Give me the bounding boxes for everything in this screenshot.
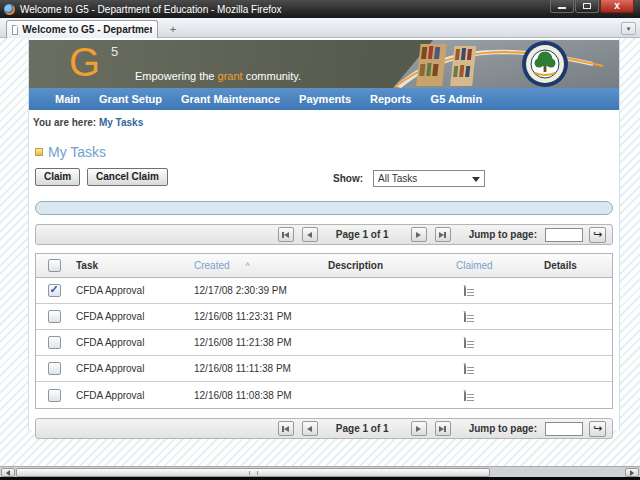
claimed-document-icon[interactable] [464, 390, 466, 401]
page-status: Page 1 of 1 [336, 423, 389, 434]
table-body: CFDA Approval 12/17/08 2:30:39 PM CFDA A… [36, 278, 612, 408]
pager-top: Page 1 of 1 Jump to page: ↪ [35, 224, 613, 245]
nav-item-main[interactable]: Main [55, 93, 80, 105]
created-cell: 12/16/08 11:08:38 PM [190, 390, 324, 401]
header-created[interactable]: Created^ [190, 260, 324, 271]
jump-to-page-label: Jump to page: [469, 423, 537, 434]
scroll-right-button[interactable] [625, 468, 639, 477]
header-details: Details [540, 260, 612, 271]
go-arrow-icon: ↪ [593, 422, 602, 435]
nav-item-reports[interactable]: Reports [370, 93, 412, 105]
row-checkbox[interactable] [48, 336, 61, 349]
browser-tab[interactable]: Welcome to G5 - Department of Edu... [6, 20, 158, 38]
row-checkbox[interactable] [48, 284, 61, 297]
nav-item-grant-maintenance[interactable]: Grant Maintenance [181, 93, 280, 105]
page-background: G 5 Empowering the grant community. [0, 38, 640, 466]
previous-page-button[interactable] [302, 227, 318, 242]
previous-page-icon [307, 232, 312, 238]
maximize-button[interactable] [575, 0, 599, 13]
table-row: CFDA Approval 12/16/08 11:08:38 PM [36, 382, 612, 408]
window-title: Welcome to G5 - Department of Education … [20, 4, 282, 15]
list-tabs-button[interactable]: ▾ [621, 22, 636, 35]
table-row: CFDA Approval 12/16/08 11:23:31 PM [36, 304, 612, 330]
breadcrumb-my-tasks-link[interactable]: My Tasks [99, 117, 143, 128]
show-tasks-selected-value: All Tasks [378, 173, 417, 184]
g5-logo: G [69, 40, 100, 84]
jump-to-page-input[interactable] [545, 422, 583, 436]
first-page-button[interactable] [278, 227, 294, 242]
breadcrumb: You are here: My Tasks [29, 110, 619, 128]
row-checkbox[interactable] [48, 389, 61, 402]
close-icon: x [614, 1, 620, 11]
claimed-document-icon[interactable] [464, 285, 466, 296]
tasks-table: Task Created^ Description Claimed Detail… [35, 253, 613, 409]
cancel-claim-button[interactable]: Cancel Claim [87, 168, 168, 186]
last-page-icon [444, 426, 446, 432]
scroll-left-icon [6, 470, 10, 476]
next-page-button[interactable] [411, 227, 427, 242]
last-page-button[interactable] [435, 227, 451, 242]
claimed-document-icon[interactable] [464, 363, 466, 374]
browser-tab-bar: Welcome to G5 - Department of Edu... + ▾ [0, 18, 640, 38]
jump-go-button[interactable]: ↪ [589, 227, 606, 243]
go-arrow-icon: ↪ [593, 228, 602, 241]
page-title: My Tasks [48, 144, 106, 160]
scrollbar-grip [249, 471, 258, 475]
previous-page-button[interactable] [302, 421, 318, 436]
sort-asc-icon: ^ [246, 261, 250, 271]
header-claimed[interactable]: Claimed [452, 260, 540, 271]
created-cell: 12/16/08 11:21:38 PM [190, 337, 324, 348]
banner-artwork [393, 40, 619, 88]
row-checkbox[interactable] [48, 310, 61, 323]
nav-item-payments[interactable]: Payments [299, 93, 351, 105]
nav-item-grant-setup[interactable]: Grant Setup [99, 93, 162, 105]
minimize-button[interactable] [550, 0, 574, 13]
header-description: Description [324, 260, 452, 271]
next-page-button[interactable] [411, 421, 427, 436]
next-page-icon [416, 426, 421, 432]
claim-button[interactable]: Claim [35, 168, 80, 186]
task-cell: CFDA Approval [72, 363, 190, 374]
jump-go-button[interactable]: ↪ [589, 421, 606, 437]
task-cell: CFDA Approval [72, 311, 190, 322]
close-button[interactable]: x [600, 0, 634, 13]
scrollbar-thumb[interactable] [16, 468, 490, 477]
pager-bottom: Page 1 of 1 Jump to page: ↪ [35, 418, 613, 439]
page-favicon-icon [12, 25, 18, 35]
last-page-icon [444, 232, 446, 238]
tab-title: Welcome to G5 - Department of Edu... [22, 24, 152, 35]
scroll-right-icon [630, 470, 634, 476]
show-tasks-dropdown[interactable]: All Tasks [373, 170, 485, 187]
new-tab-button[interactable]: + [164, 24, 182, 36]
g5-banner: G 5 Empowering the grant community. [29, 40, 619, 88]
main-navbar: Main Grant Setup Grant Maintenance Payme… [29, 88, 619, 110]
jump-to-page-input[interactable] [545, 228, 583, 242]
breadcrumb-label: You are here: [33, 117, 96, 128]
task-cell: CFDA Approval [72, 285, 190, 296]
select-all-checkbox[interactable] [48, 259, 61, 272]
page-content: G 5 Empowering the grant community. [28, 38, 620, 430]
nav-item-g5-admin[interactable]: G5 Admin [431, 93, 483, 105]
next-page-icon [416, 232, 421, 238]
window-titlebar: Welcome to G5 - Department of Education … [0, 0, 640, 18]
claimed-document-icon[interactable] [464, 337, 466, 348]
row-checkbox[interactable] [48, 362, 61, 375]
header-task: Task [72, 260, 190, 271]
created-cell: 12/17/08 2:30:39 PM [190, 285, 324, 296]
previous-page-icon [307, 426, 312, 432]
jump-to-page-label: Jump to page: [469, 229, 537, 240]
show-label: Show: [333, 173, 363, 184]
g5-logo-sup: 5 [111, 44, 118, 59]
first-page-button[interactable] [278, 421, 294, 436]
minimize-icon [558, 7, 566, 9]
firefox-icon [4, 4, 15, 15]
table-header-row: Task Created^ Description Claimed Detail… [36, 254, 612, 278]
heading-bullet-icon [35, 148, 43, 156]
last-page-button[interactable] [435, 421, 451, 436]
claimed-document-icon[interactable] [464, 311, 466, 322]
scroll-left-button[interactable] [1, 468, 15, 477]
horizontal-scrollbar[interactable] [0, 466, 640, 477]
chevron-down-icon [472, 177, 480, 182]
created-cell: 12/16/08 11:11:38 PM [190, 363, 324, 374]
maximize-icon [583, 3, 591, 9]
